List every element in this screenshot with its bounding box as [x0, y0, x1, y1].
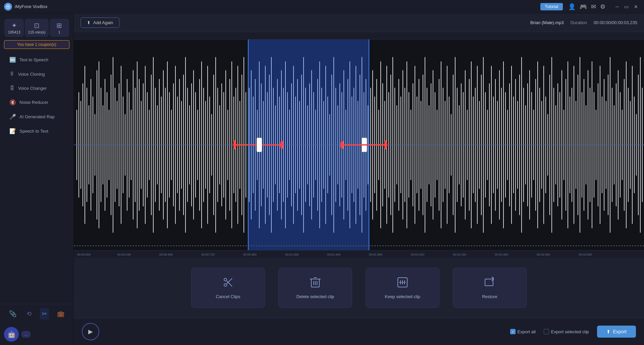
restore-card[interactable]: Restore: [453, 268, 527, 308]
export-icon: ⬆: [606, 329, 610, 334]
play-icon: ▶: [88, 328, 93, 335]
svg-text:00:01:200: 00:01:200: [285, 253, 299, 256]
briefcase-icon[interactable]: 💼: [55, 308, 66, 320]
tts-icon: 🔤: [9, 57, 16, 63]
svg-text:00:00:720: 00:00:720: [201, 253, 215, 256]
maximize-button[interactable]: ▭: [622, 4, 631, 9]
export-all-option[interactable]: ✓ Export all: [510, 329, 536, 334]
titlebar-right: Tutorial 👤 🎮 ✉ ⚙ ─ ▭ ✕: [540, 3, 640, 10]
titlebar-icons: 👤 🎮 ✉ ⚙: [568, 3, 605, 10]
user-icon[interactable]: 👤: [568, 3, 576, 10]
settings-icon[interactable]: ⚙: [600, 3, 605, 10]
attachment-icon[interactable]: 📎: [7, 308, 18, 320]
svg-point-298: [384, 140, 387, 149]
svg-rect-2: [74, 32, 644, 40]
export-options: ✓ Export all Export selected clip ⬆ Expo…: [510, 326, 636, 338]
nr-icon: 🔇: [9, 99, 16, 106]
svg-text:00:00:240: 00:00:240: [117, 253, 131, 256]
minimize-button[interactable]: ─: [613, 4, 621, 9]
waveform-main[interactable]: [74, 40, 644, 250]
svg-point-290: [233, 140, 236, 149]
svg-text:00:01:680: 00:01:680: [369, 253, 382, 256]
loop-icon[interactable]: ⟲: [24, 308, 34, 320]
sidebar-item-ai-rap[interactable]: 🎤 AI Generated Rap: [3, 110, 71, 124]
export-bar: ▶ ✓ Export all Export selected clip ⬆ Ex…: [74, 318, 644, 345]
app-icon: [4, 3, 12, 11]
content-area: ⬆ Add Again Brian (Male).mp3 Duration 00…: [74, 13, 644, 345]
count-icon: ✦: [11, 21, 17, 29]
stat-items: ⊞ 1: [50, 19, 69, 37]
export-selected-checkbox[interactable]: [544, 329, 549, 334]
tutorial-button[interactable]: Tutorial: [540, 3, 563, 10]
sidebar-item-voice-cloning[interactable]: 🎙 Voice Cloning: [3, 67, 71, 81]
vc-icon: 🎙: [9, 71, 15, 77]
svg-point-292: [280, 140, 283, 149]
titlebar: iMyFone VoxBox Tutorial 👤 🎮 ✉ ⚙ ─ ▭ ✕: [0, 0, 644, 13]
svg-line-319: [227, 278, 232, 284]
keep-clip-label: Keep selected clip: [385, 294, 420, 299]
cancel-clips-card[interactable]: Cancel Clips: [191, 268, 265, 308]
svg-text:00:01:920: 00:01:920: [411, 253, 424, 256]
nr-label: Noise Reducer: [19, 100, 48, 105]
export-selected-option[interactable]: Export selected clip: [544, 329, 589, 334]
svg-text:00:00:000: 00:00:000: [77, 253, 91, 256]
svg-point-1: [7, 6, 9, 7]
items-value: 1: [58, 30, 60, 34]
close-button[interactable]: ✕: [632, 4, 640, 9]
svg-rect-288: [257, 138, 262, 152]
duration-value: 00:00:00/00:00:03.235: [594, 20, 637, 25]
sidebar-item-voice-changer[interactable]: 🎛 Voice Changer: [3, 81, 71, 95]
sidebar-item-stt[interactable]: 📝 Speech to Text: [3, 124, 71, 138]
stat-count: ✦ 105413: [4, 19, 24, 37]
waveform-container[interactable]: // Will be populated by inline script be…: [74, 32, 644, 258]
delete-clip-card[interactable]: Delete selected clip: [278, 268, 352, 308]
rap-label: AI Generated Rap: [19, 114, 55, 119]
stt-icon: 📝: [9, 128, 16, 134]
svg-rect-330: [485, 279, 493, 286]
sidebar-stats: ✦ 105413 ⊡ 115 min(s) ⊞ 1: [0, 13, 73, 40]
restore-icon: [484, 276, 496, 291]
add-again-button[interactable]: ⬆ Add Again: [80, 17, 119, 28]
svg-text:00:01:440: 00:01:440: [327, 253, 340, 256]
sidebar-bottom-tools: 📎 ⟲ ✂ 💼: [0, 304, 73, 324]
scissors-large-icon: [222, 276, 234, 291]
tts-label: Text to Speech: [19, 57, 48, 62]
titlebar-left: iMyFone VoxBox: [4, 3, 48, 11]
bot-speech-bubble: …: [21, 331, 31, 338]
coupon-bar: You have 1 coupon(s): [4, 40, 69, 49]
vc-label: Voice Cloning: [18, 72, 45, 77]
keep-icon: [396, 276, 409, 291]
svg-point-316: [224, 278, 227, 281]
restore-label: Restore: [482, 294, 497, 299]
items-icon: ⊞: [56, 21, 62, 29]
sidebar: ✦ 105413 ⊡ 115 min(s) ⊞ 1 You have 1 cou…: [0, 13, 74, 345]
timeline-ruler-bottom: 00:00:000 00:00:240 00:00:480 00:00:720 …: [74, 250, 644, 258]
cancel-clips-label: Cancel Clips: [216, 294, 240, 299]
svg-text:00:02:880: 00:02:880: [579, 253, 592, 256]
stat-minutes: ⊡ 115 min(s): [25, 19, 49, 37]
sidebar-item-noise-reducer[interactable]: 🔇 Noise Reducer: [3, 95, 71, 109]
upload-icon: ⬆: [87, 20, 91, 25]
app-title: iMyFone VoxBox: [15, 4, 48, 9]
svg-line-318: [227, 281, 232, 286]
stt-label: Speech to Text: [19, 129, 48, 134]
svg-text:00:02:640: 00:02:640: [537, 253, 550, 256]
bot-avatar: 🤖: [4, 327, 19, 342]
svg-text:00:00:480: 00:00:480: [159, 253, 173, 256]
minutes-icon: ⊡: [34, 21, 40, 29]
main-layout: ✦ 105413 ⊡ 115 min(s) ⊞ 1 You have 1 cou…: [0, 13, 644, 345]
game-icon[interactable]: 🎮: [580, 3, 587, 10]
sidebar-item-tts[interactable]: 🔤 Text to Speech: [3, 53, 71, 67]
rap-icon: 🎤: [9, 114, 16, 120]
play-button[interactable]: ▶: [82, 323, 99, 340]
svg-text:00:02:400: 00:02:400: [495, 253, 508, 256]
scissors-icon[interactable]: ✂: [40, 308, 49, 320]
waveform-svg: [74, 40, 644, 250]
trash-icon: [310, 276, 321, 291]
svg-text:00:02:160: 00:02:160: [453, 253, 466, 256]
export-button[interactable]: ⬆ Export: [597, 326, 636, 338]
mail-icon[interactable]: ✉: [591, 3, 596, 10]
export-all-checkbox[interactable]: ✓: [510, 329, 516, 334]
count-value: 105413: [8, 30, 20, 34]
keep-clip-card[interactable]: Keep selected clip: [366, 268, 439, 308]
